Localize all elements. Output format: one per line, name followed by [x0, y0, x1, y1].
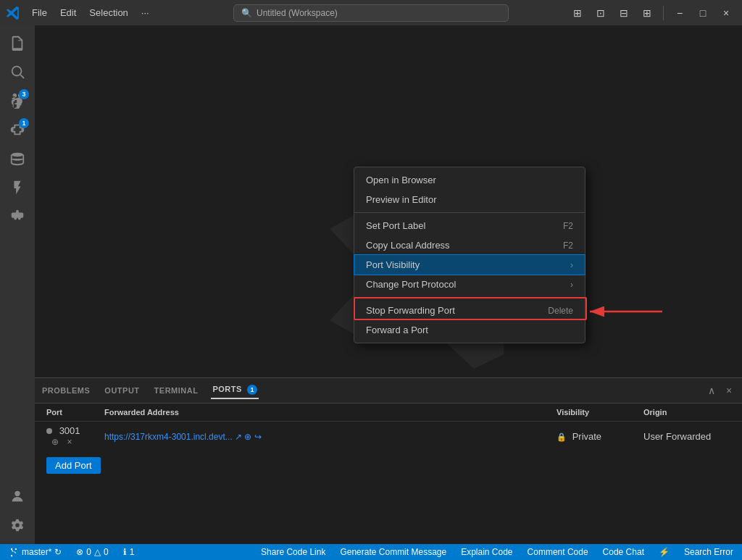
menu-more[interactable]: ··· — [136, 4, 155, 21]
minimize-button[interactable]: − — [670, 3, 690, 23]
ctx-set-port-label[interactable]: Set Port Label F2 — [354, 216, 585, 235]
activity-lightning[interactable] — [4, 175, 30, 201]
search-error-label: Search Error — [684, 547, 733, 557]
context-menu: Open in Browser Preview in Editor Set Po… — [354, 167, 585, 343]
panel-collapse-button[interactable]: ∧ — [704, 383, 719, 398]
col-port: Port — [46, 408, 104, 417]
activity-extensions[interactable]: 1 — [4, 117, 30, 143]
comment-code-label: Comment Code — [528, 547, 588, 557]
status-comment-code[interactable]: Comment Code — [525, 544, 591, 560]
search-text: Untitled (Workspace) — [257, 8, 338, 18]
activity-search[interactable] — [4, 59, 30, 85]
maximize-button[interactable]: □ — [693, 3, 713, 23]
branch-name: master* — [22, 547, 51, 557]
port-status-dot — [46, 428, 52, 434]
ctx-change-protocol-label: Change Port Protocol — [366, 279, 564, 290]
status-info[interactable]: ℹ 1 — [120, 544, 138, 560]
layout-toggle-3[interactable]: ⊟ — [614, 3, 634, 23]
svg-line-1 — [20, 75, 24, 78]
ctx-port-visibility[interactable]: Port Visibility › — [354, 255, 585, 275]
window-controls: ⊞ ⊡ ⊟ ⊞ − □ × — [567, 3, 736, 23]
ports-panel: Port Forwarded Address Visibility Origin… — [35, 404, 742, 480]
ctx-port-visibility-label: Port Visibility — [366, 259, 564, 270]
search-icon: 🔍 — [241, 8, 252, 18]
panel-area: PROBLEMS OUTPUT TERMINAL PORTS 1 ∧ × Por… — [35, 377, 742, 544]
ports-table-header: Port Forwarded Address Visibility Origin — [35, 404, 742, 422]
activity-explorer[interactable] — [4, 30, 30, 56]
ctx-forward-port[interactable]: Forward a Port — [354, 320, 585, 340]
ctx-open-browser[interactable]: Open in Browser — [354, 170, 585, 190]
explain-code-label: Explain Code — [461, 547, 512, 557]
share-code-link-label: Share Code Link — [261, 547, 325, 557]
close-button[interactable]: × — [716, 3, 736, 23]
ctx-forward-port-label: Forward a Port — [366, 325, 573, 335]
status-search-error[interactable]: Search Error — [681, 544, 736, 560]
layout-toggle-1[interactable]: ⊞ — [567, 3, 588, 23]
error-count: 0 — [86, 547, 91, 557]
status-lightning[interactable]: ⚡ — [656, 544, 672, 560]
activity-source-control[interactable]: 3 — [4, 88, 30, 114]
annotation-arrow — [583, 301, 670, 322]
info-icon: ℹ — [123, 547, 127, 557]
info-count: 1 — [130, 547, 135, 557]
status-bar: master* ↻ ⊗ 0 △ 0 ℹ 1 Share Code Link Ge… — [0, 544, 742, 560]
ctx-copy-local-address[interactable]: Copy Local Address F2 — [354, 235, 585, 255]
status-share-code-link[interactable]: Share Code Link — [258, 544, 328, 560]
activity-puzzle[interactable] — [4, 204, 30, 230]
tab-ports[interactable]: PORTS 1 — [211, 382, 259, 399]
ctx-change-protocol-arrow: › — [570, 280, 573, 290]
port-origin: User Forwarded — [643, 431, 730, 442]
search-bar[interactable]: 🔍 Untitled (Workspace) — [233, 4, 509, 22]
status-code-chat[interactable]: Code Chat — [600, 544, 647, 560]
ctx-preview-editor[interactable]: Preview in Editor — [354, 190, 585, 209]
ctx-separator-1 — [354, 212, 585, 213]
svg-point-3 — [14, 491, 20, 496]
layout-toggle-4[interactable]: ⊞ — [637, 3, 657, 23]
menu-bar: File Edit Selection ··· — [26, 4, 155, 21]
add-port-button[interactable]: Add Port — [46, 457, 101, 474]
panel-close-button[interactable]: × — [722, 383, 736, 398]
activity-account[interactable] — [4, 483, 30, 509]
tab-terminal[interactable]: TERMINAL — [153, 383, 200, 398]
sync-icon: ↻ — [54, 547, 62, 557]
col-forwarded: Forwarded Address — [104, 408, 556, 417]
table-row[interactable]: 3001 ⊕ × https://317rkxm4-3001.incl.devt… — [35, 422, 742, 451]
status-explain-code[interactable]: Explain Code — [458, 544, 515, 560]
tab-problems[interactable]: PROBLEMS — [41, 383, 91, 398]
ctx-separator-2 — [354, 297, 585, 298]
source-control-badge: 3 — [19, 89, 29, 99]
port-row-actions: ⊕ × — [49, 436, 75, 448]
status-branch[interactable]: master* ↻ — [6, 544, 64, 560]
col-origin: Origin — [643, 408, 730, 417]
tab-output[interactable]: OUTPUT — [103, 383, 141, 398]
ctx-open-browser-label: Open in Browser — [366, 175, 573, 185]
menu-selection[interactable]: Selection — [83, 4, 133, 21]
code-chat-label: Code Chat — [603, 547, 644, 557]
ctx-change-port-protocol[interactable]: Change Port Protocol › — [354, 275, 585, 294]
warning-icon: △ — [94, 547, 101, 557]
title-bar: File Edit Selection ··· 🔍 Untitled (Work… — [0, 0, 742, 25]
ctx-port-visibility-arrow: › — [570, 260, 573, 270]
status-errors[interactable]: ⊗ 0 △ 0 — [73, 544, 111, 560]
ctx-set-port-shortcut: F2 — [563, 221, 573, 231]
panel-tabs: PROBLEMS OUTPUT TERMINAL PORTS 1 ∧ × — [35, 378, 742, 404]
port-open-icon[interactable]: ⊕ — [49, 436, 61, 448]
port-delete-icon[interactable]: × — [64, 436, 75, 448]
activity-bar: 3 1 — [0, 25, 35, 544]
svg-point-2 — [12, 153, 24, 157]
menu-file[interactable]: File — [26, 4, 53, 21]
ctx-preview-editor-label: Preview in Editor — [366, 194, 573, 205]
activity-settings[interactable] — [4, 512, 30, 538]
ctx-stop-forwarding[interactable]: Stop Forwarding Port Delete — [354, 301, 585, 320]
layout-toggle-2[interactable]: ⊡ — [591, 3, 611, 23]
menu-edit[interactable]: Edit — [54, 4, 82, 21]
warning-count: 0 — [104, 547, 109, 557]
generate-commit-label: Generate Commit Message — [340, 547, 446, 557]
status-generate-commit[interactable]: Generate Commit Message — [337, 544, 449, 560]
main-layout: 3 1 — [0, 25, 742, 544]
ctx-set-port-label-text: Set Port Label — [366, 220, 551, 231]
activity-database[interactable] — [4, 146, 30, 172]
svg-point-0 — [12, 67, 22, 76]
vscode-logo-icon — [6, 6, 20, 20]
extensions-badge: 1 — [19, 118, 29, 128]
